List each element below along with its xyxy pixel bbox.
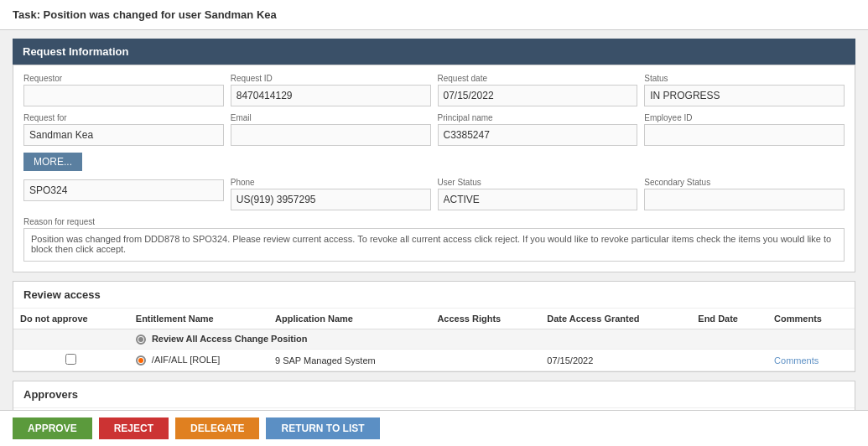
delegate-button[interactable]: DELEGATE <box>175 417 259 433</box>
phone-input[interactable] <box>231 189 431 210</box>
review-group-row: Review All Access Change Position <box>13 329 855 350</box>
reason-label: Reason for request <box>23 217 845 226</box>
comments-link[interactable]: Comments <box>774 355 819 366</box>
action-bar: APPROVE REJECT DELEGATE RETURN TO LIST <box>0 410 868 433</box>
phone-field: Phone <box>231 178 431 210</box>
request-for-field: Request for <box>23 113 224 146</box>
col-comments: Comments <box>767 309 855 329</box>
col-do-not-approve: Do not approve <box>13 309 129 329</box>
employee-id-input[interactable] <box>644 124 845 146</box>
request-for-input[interactable] <box>23 124 224 146</box>
review-access-title: Review access <box>13 282 855 309</box>
row-comments[interactable]: Comments <box>767 350 855 371</box>
position-field <box>23 178 224 210</box>
group-label: Review All Access Change Position <box>129 329 855 350</box>
group-radio-icon <box>136 334 146 345</box>
entitlement-radio-icon <box>136 355 146 366</box>
user-status-label: User Status <box>438 178 638 187</box>
form-row-3: Phone User Status Secondary Status <box>23 178 845 210</box>
request-date-field: Request date <box>438 74 638 106</box>
form-row-1: Requestor Request ID Request date Status <box>23 74 845 106</box>
page-title: Task: Position was changed for user Sand… <box>0 0 868 30</box>
requestor-field: Requestor <box>23 74 224 106</box>
return-to-list-button[interactable]: RETURN TO LIST <box>266 417 379 433</box>
reject-button[interactable]: REJECT <box>99 417 169 433</box>
row-date-granted: 07/15/2022 <box>540 350 691 371</box>
approve-button[interactable]: APPROVE <box>13 417 92 433</box>
col-application-name: Application Name <box>268 309 430 329</box>
request-date-label: Request date <box>438 74 638 83</box>
request-id-input[interactable] <box>231 85 431 106</box>
requestor-label: Requestor <box>23 74 224 83</box>
table-row: /AIF/ALL [ROLE] 9 SAP Managed System 07/… <box>13 350 855 371</box>
status-input[interactable] <box>644 85 845 106</box>
reason-text: Position was changed from DDD878 to SPO3… <box>23 228 845 262</box>
requestor-input[interactable] <box>23 85 224 106</box>
col-end-date: End Date <box>691 309 767 329</box>
request-information-section: Request Information Requestor Request ID… <box>13 39 855 272</box>
email-label: Email <box>231 113 431 122</box>
phone-label: Phone <box>231 178 431 187</box>
principal-name-input[interactable] <box>438 124 638 146</box>
status-label: Status <box>644 74 845 83</box>
row-entitlement: /AIF/ALL [ROLE] <box>129 350 268 371</box>
position-input[interactable] <box>23 179 224 201</box>
principal-name-label: Principal name <box>438 113 638 122</box>
col-entitlement-name: Entitlement Name <box>129 309 268 329</box>
employee-id-field: Employee ID <box>644 113 845 146</box>
employee-id-label: Employee ID <box>644 113 845 122</box>
group-label-text: Review All Access Change Position <box>152 334 308 344</box>
group-checkbox-cell <box>13 329 129 350</box>
col-date-access-granted: Date Access Granted <box>540 309 691 329</box>
review-access-section: Review access Do not approve Entitlement… <box>13 281 855 372</box>
more-button[interactable]: MORE... <box>23 153 82 171</box>
form-row-2: Request for Email Principal name Employe… <box>23 113 845 146</box>
user-status-input[interactable] <box>438 189 638 210</box>
review-table-header: Do not approve Entitlement Name Applicat… <box>13 309 855 329</box>
section-header: Request Information <box>13 39 855 65</box>
status-field: Status <box>644 74 845 106</box>
col-access-rights: Access Rights <box>430 309 540 329</box>
request-date-input[interactable] <box>438 85 638 106</box>
user-status-field: User Status <box>438 178 638 210</box>
row-application: 9 SAP Managed System <box>268 350 430 371</box>
request-id-label: Request ID <box>231 74 431 83</box>
request-id-field: Request ID <box>231 74 431 106</box>
email-field: Email <box>231 113 431 146</box>
principal-name-field: Principal name <box>438 113 638 146</box>
secondary-status-label: Secondary Status <box>644 178 845 187</box>
review-table: Do not approve Entitlement Name Applicat… <box>13 309 855 371</box>
row-access-rights <box>430 350 540 371</box>
row-end-date <box>691 350 767 371</box>
secondary-status-field: Secondary Status <box>644 178 845 210</box>
reason-section: Reason for request Position was changed … <box>23 217 845 262</box>
secondary-status-input[interactable] <box>644 189 845 210</box>
row-checkbox-cell[interactable] <box>13 350 129 371</box>
email-input[interactable] <box>231 124 431 146</box>
approvers-title: Approvers <box>13 381 855 408</box>
request-for-label: Request for <box>23 113 224 122</box>
do-not-approve-checkbox[interactable] <box>65 354 76 365</box>
